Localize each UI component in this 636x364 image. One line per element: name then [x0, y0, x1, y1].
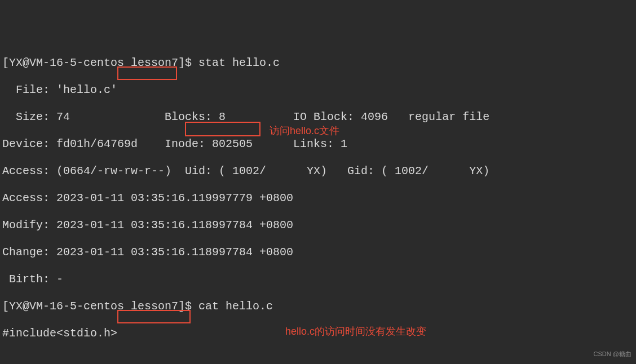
- command-text: cat hello.c: [198, 300, 273, 313]
- watermark-text: CSDN @糖曲: [594, 347, 631, 361]
- stat-output-line: Device: fd01h/64769d Inode: 802505 Links…: [2, 137, 636, 151]
- shell-prompt: [YX@VM-16-5-centos lesson7]$: [2, 56, 198, 69]
- terminal-line: [YX@VM-16-5-centos lesson7]$ cat hello.c: [2, 300, 636, 313]
- stat-output-line: Size: 74 Blocks: 8 IO Block: 4096 regula…: [2, 110, 636, 124]
- shell-prompt: [YX@VM-16-5-centos lesson7]$: [2, 300, 198, 313]
- stat-output-line: Access: 2023-01-11 03:35:16.119997779 +0…: [2, 192, 636, 205]
- stat-output-line: Modify: 2023-01-11 03:35:16.118997784 +0…: [2, 219, 636, 232]
- stat-output-line: File: 'hello.c': [2, 83, 636, 97]
- command-text: stat hello.c: [198, 56, 280, 69]
- stat-output-line: Change: 2023-01-11 03:35:16.118997784 +0…: [2, 246, 636, 259]
- annotation-text: 访问hello.c文件: [270, 124, 339, 137]
- stat-output-line: Access: (0664/-rw-rw-r--) Uid: ( 1002/ Y…: [2, 165, 636, 178]
- terminal-line: [YX@VM-16-5-centos lesson7]$ stat hello.…: [2, 56, 636, 70]
- annotation-text: hello.c的访问时间没有发生改变: [285, 325, 426, 338]
- stat-output-line: Birth: -: [2, 273, 636, 286]
